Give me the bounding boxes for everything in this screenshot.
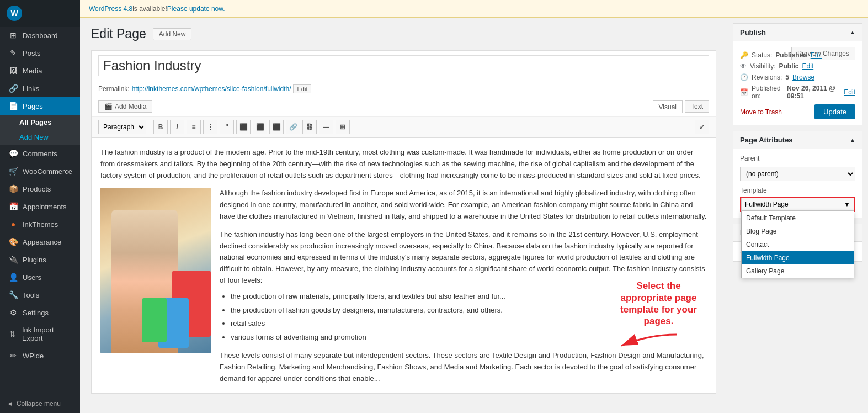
fullscreen-button[interactable]: ⤢ — [695, 120, 709, 134]
link-button[interactable]: 🔗 — [286, 120, 300, 134]
update-bar: WordPress 4.8 is available! Please updat… — [80, 0, 868, 18]
template-current-value: Fullwidth Page — [745, 200, 789, 208]
appearance-icon: 🎨 — [8, 237, 18, 246]
fashion-image — [100, 188, 211, 353]
sidebar: W ⊞ Dashboard ✎ Posts 🖼 Media 🔗 Links 📄 … — [0, 0, 80, 413]
editor-box: Permalink: http://inkthemes.com/wpthemes… — [91, 50, 716, 394]
annotation-arrow-icon — [616, 329, 682, 351]
align-right-button[interactable]: ⬛ — [269, 120, 284, 134]
template-label: Template — [740, 187, 855, 194]
right-panel: Publish ▲ Preview Changes 🔑 Status: Publ… — [727, 18, 868, 413]
template-option-fullwidth[interactable]: Fullwidth Page — [742, 251, 854, 264]
insert-readmore-button[interactable]: — — [319, 120, 333, 134]
template-option-contact[interactable]: Contact — [742, 238, 854, 251]
status-edit-link[interactable]: Edit — [811, 51, 822, 59]
sidebar-logo: W — [0, 0, 80, 27]
bold-button[interactable]: B — [153, 120, 168, 134]
align-left-button[interactable]: ⬛ — [236, 120, 251, 134]
tools-icon: 🔧 — [8, 290, 18, 299]
sidebar-item-posts[interactable]: ✎ Posts — [0, 44, 80, 62]
sidebar-item-woocommerce[interactable]: 🛒 WooCommerce — [0, 162, 80, 180]
sidebar-item-tools[interactable]: 🔧 Tools — [0, 286, 80, 304]
format-select[interactable]: Paragraph — [98, 120, 146, 134]
calendar-icon: 📅 — [740, 88, 748, 96]
editor-content: The fashion industry is a product of the… — [92, 138, 716, 393]
sidebar-item-ink-import-export[interactable]: ⇅ Ink Import Export — [0, 321, 80, 347]
collapse-arrow-icon: ◄ — [7, 400, 13, 407]
sidebar-item-inkthemes[interactable]: ● InkThemes — [0, 215, 80, 233]
content-paragraph-1: The fashion industry is a product of the… — [100, 147, 707, 181]
unordered-list-button[interactable]: ≡ — [187, 120, 201, 134]
collapse-menu-btn[interactable]: ◄ Collapse menu — [0, 394, 80, 413]
template-dropdown-list: Default Template Blog Page Contact Fullw… — [741, 211, 854, 278]
page-attributes-header[interactable]: Page Attributes ▲ — [733, 131, 862, 149]
sidebar-item-settings[interactable]: ⚙ Settings — [0, 304, 80, 321]
publish-chevron-icon: ▲ — [850, 29, 855, 35]
page-title-input[interactable] — [98, 55, 709, 76]
page-title: Edit Page — [91, 27, 146, 41]
blockquote-button[interactable]: " — [220, 120, 234, 134]
editor-toolbar: Paragraph B I ≡ ⋮ " ⬛ ⬛ ⬛ 🔗 ⛓ — ⊞ ⤢ — [92, 117, 716, 138]
sidebar-item-appearance[interactable]: 🎨 Appearance — [0, 233, 80, 251]
publish-box-header[interactable]: Publish ▲ — [733, 24, 862, 41]
published-edit-link[interactable]: Edit — [844, 88, 855, 96]
sidebar-item-add-new-page[interactable]: Add New — [11, 130, 80, 145]
dashboard-icon: ⊞ — [8, 31, 18, 40]
revisions-row: 🕐 Revisions: 5 Browse — [740, 73, 855, 81]
move-to-trash-link[interactable]: Move to Trash — [740, 108, 782, 116]
template-option-default[interactable]: Default Template — [742, 211, 854, 225]
publish-box: Publish ▲ Preview Changes 🔑 Status: Publ… — [733, 23, 862, 125]
sidebar-item-media[interactable]: 🖼 Media — [0, 62, 80, 80]
view-tabs: Visual Text — [653, 100, 709, 113]
page-header: Edit Page Add New — [91, 27, 716, 41]
content-paragraph-2: Although the fashion industry developed … — [220, 188, 707, 222]
annotation: Select the appropriate page template for… — [616, 280, 701, 351]
table-button[interactable]: ⊞ — [336, 120, 350, 134]
revisions-browse-link[interactable]: Browse — [792, 73, 814, 81]
sidebar-item-links[interactable]: 🔗 Links — [0, 80, 80, 97]
template-option-blog[interactable]: Blog Page — [742, 225, 854, 238]
products-icon: 📦 — [8, 184, 18, 193]
permalink-link[interactable]: http://inkthemes.com/wpthemes/slice-fash… — [132, 85, 291, 93]
sidebar-item-appointments[interactable]: 📅 Appointments — [0, 198, 80, 215]
settings-icon: ⚙ — [8, 308, 18, 317]
sidebar-item-wpide[interactable]: ✏ WPide — [0, 347, 80, 364]
permalink-edit-button[interactable]: Edit — [293, 84, 311, 93]
update-now-link[interactable]: Please update now. — [167, 5, 225, 13]
sidebar-item-all-pages[interactable]: All Pages — [11, 115, 80, 130]
sidebar-item-plugins[interactable]: 🔌 Plugins — [0, 251, 80, 268]
italic-button[interactable]: I — [170, 120, 184, 134]
sidebar-item-dashboard[interactable]: ⊞ Dashboard — [0, 27, 80, 44]
sidebar-item-pages[interactable]: 📄 Pages — [0, 97, 80, 115]
visibility-edit-link[interactable]: Edit — [802, 62, 813, 70]
unlink-button[interactable]: ⛓ — [302, 120, 317, 134]
posts-icon: ✎ — [8, 49, 18, 57]
template-dropdown-wrapper: Fullwidth Page ▼ Default Template Blog P… — [740, 197, 855, 212]
add-new-page-button[interactable]: Add New — [153, 28, 192, 40]
update-button[interactable]: Update — [814, 104, 855, 119]
permalink-row: Permalink: http://inkthemes.com/wpthemes… — [92, 81, 716, 97]
visibility-icon: 👁 — [740, 62, 747, 70]
parent-select[interactable]: (no parent) — [740, 167, 855, 181]
wpide-icon: ✏ — [8, 351, 18, 360]
text-tab[interactable]: Text — [685, 100, 709, 113]
sidebar-item-users[interactable]: 👤 Users — [0, 268, 80, 286]
template-section: Template Fullwidth Page ▼ Default Templa… — [740, 187, 855, 212]
sidebar-item-products[interactable]: 📦 Products — [0, 180, 80, 198]
status-row: 🔑 Status: Published Edit — [740, 51, 791, 59]
media-toolbar: 🎬 Add Media Visual Text — [92, 97, 716, 117]
import-export-icon: ⇅ — [8, 330, 18, 338]
page-attributes-box: Page Attributes ▲ Parent (no parent) Tem… — [733, 131, 862, 218]
add-media-button[interactable]: 🎬 Add Media — [98, 100, 152, 113]
visibility-row: 👁 Visibility: Public Edit — [740, 62, 791, 70]
template-select-trigger[interactable]: Fullwidth Page ▼ — [741, 198, 854, 211]
status-icon: 🔑 — [740, 51, 748, 59]
visual-tab[interactable]: Visual — [653, 100, 683, 113]
pages-submenu: All Pages Add New — [0, 115, 80, 145]
align-center-button[interactable]: ⬛ — [253, 120, 267, 134]
annotation-text: Select the appropriate page template for… — [616, 280, 701, 327]
sidebar-item-comments[interactable]: 💬 Comments — [0, 145, 80, 162]
template-option-gallery[interactable]: Gallery Page — [742, 264, 854, 278]
ordered-list-button[interactable]: ⋮ — [203, 120, 217, 134]
wp-version-link[interactable]: WordPress 4.8 — [89, 5, 132, 13]
